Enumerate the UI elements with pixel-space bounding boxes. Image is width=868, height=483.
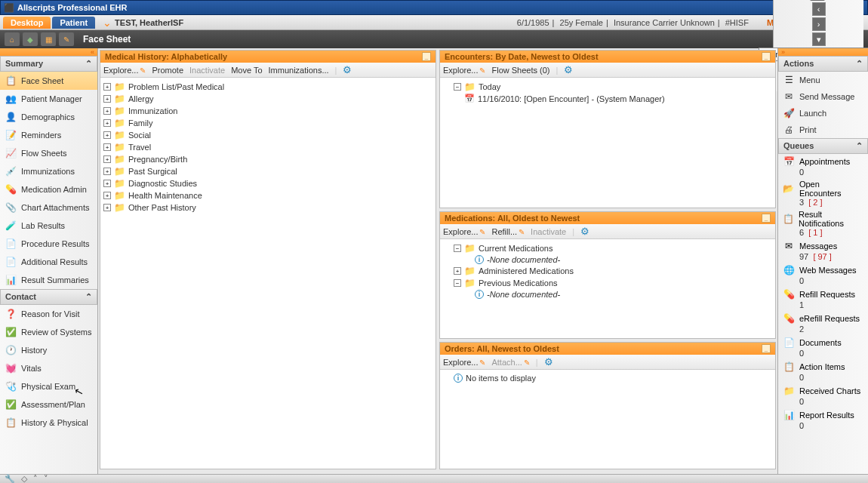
nav-dropdown-button[interactable]: ▾ <box>812 32 826 46</box>
attach-link[interactable]: Attach...✎ <box>491 358 529 367</box>
action-launch[interactable]: 🚀Launch <box>778 105 868 122</box>
tree-item[interactable]: +📁Other Past History <box>103 202 432 214</box>
action-send-message[interactable]: ✉Send Message <box>778 88 868 105</box>
queue-documents[interactable]: 📄Documents0 <box>778 335 868 359</box>
tree-admin-meds[interactable]: + 📁 Administered Medications <box>443 265 772 277</box>
promote-link[interactable]: Promote <box>152 66 183 75</box>
queue-erefill-requests[interactable]: 💊eRefill Requests2 <box>778 311 868 335</box>
sidebar-item-history-physical[interactable]: 📋History & Physical <box>0 414 97 432</box>
queues-header[interactable]: Queues ⌃ <box>778 138 868 154</box>
panel-gear-icon[interactable]: ⚙ <box>544 356 553 368</box>
expand-icon[interactable]: + <box>454 267 461 275</box>
explore-link[interactable]: Explore...✎ <box>443 66 485 75</box>
expand-icon[interactable]: + <box>103 119 111 127</box>
medical-history-header[interactable]: Medical History: Alphabetically _ <box>100 51 436 63</box>
expand-icon[interactable]: + <box>103 192 111 199</box>
sidebar-item-demographics[interactable]: 👤Demographics <box>0 108 97 126</box>
expand-icon[interactable]: + <box>103 107 111 115</box>
sidebar-item-reminders[interactable]: 📝Reminders <box>0 126 97 144</box>
sidebar-item-chart-attachments[interactable]: 📎Chart Attachments <box>0 198 97 217</box>
sidebar-item-assessment-plan[interactable]: ✅Assessment/Plan <box>0 395 97 414</box>
nav-prev-button[interactable]: ‹ <box>812 2 826 16</box>
tree-prev-meds[interactable]: − 📁 Previous Medications <box>443 277 772 289</box>
queue-open-encounters[interactable]: 📂Open Encounters3 [ 2 ] <box>778 178 868 208</box>
tab-patient[interactable]: Patient <box>52 17 95 29</box>
queue-web-messages[interactable]: 🌐Web Messages0 <box>778 263 868 287</box>
explore-link[interactable]: Explore...✎ <box>443 227 485 236</box>
wrench-icon[interactable]: 🔧 <box>5 474 15 483</box>
sidebar-contact-header[interactable]: Contact ⌃ <box>0 289 97 305</box>
expand-icon[interactable]: + <box>103 131 111 139</box>
expand-icon[interactable]: + <box>103 83 111 91</box>
status-up-icon[interactable]: ˄ <box>33 474 38 483</box>
queue-report-results[interactable]: 📊Report Results0 <box>778 408 868 432</box>
panel-minimize-button[interactable]: _ <box>422 52 431 61</box>
queue-action-items[interactable]: 📋Action Items0 <box>778 359 868 383</box>
panel-minimize-button[interactable]: _ <box>762 344 771 353</box>
toolbar-icon-4[interactable]: ✎ <box>59 32 74 46</box>
sidebar-item-reason-for-visit[interactable]: ❓Reason for Visit <box>0 305 97 323</box>
explore-link[interactable]: Explore...✎ <box>103 66 146 75</box>
sidebar-item-result-summaries[interactable]: 📊Result Summaries <box>0 271 97 289</box>
sidebar-item-patient-manager[interactable]: 👥Patient Manager <box>0 90 97 108</box>
panel-gear-icon[interactable]: ⚙ <box>564 64 573 75</box>
collapse-icon[interactable]: − <box>454 245 461 252</box>
status-down-icon[interactable]: ˅ <box>44 474 48 483</box>
orders-header[interactable]: Orders: All, Newest to Oldest _ <box>440 343 775 355</box>
collapse-icon[interactable]: − <box>454 83 461 91</box>
tree-item[interactable]: +📁Travel <box>103 141 432 153</box>
sidebar-item-lab-results[interactable]: 🧪Lab Results <box>0 217 97 235</box>
expand-icon[interactable]: + <box>103 204 111 211</box>
collapse-icon[interactable]: − <box>454 279 461 287</box>
sidebar-collapse-left[interactable]: « <box>0 48 97 56</box>
move-to-link[interactable]: Move To <box>231 66 262 75</box>
inactivate-link[interactable]: Inactivate <box>189 66 225 75</box>
tree-item[interactable]: +📁Social <box>103 129 432 141</box>
home-icon[interactable]: ⌂ <box>5 32 20 46</box>
tree-item[interactable]: +📁Allergy <box>103 93 432 105</box>
sidebar-item-vitals[interactable]: 💓Vitals <box>0 359 97 377</box>
queue-messages[interactable]: ✉Messages97 [ 97 ] <box>778 238 868 263</box>
sidebar-collapse-right[interactable]: » <box>778 48 868 56</box>
sidebar-item-physical-exam[interactable]: 🩺Physical Exam <box>0 377 97 395</box>
tree-item[interactable]: +📁Immunization <box>103 105 432 117</box>
nav-next-button[interactable]: › <box>812 17 826 31</box>
immunizations-link[interactable]: Immunizations... <box>269 66 329 75</box>
flow-sheets-link[interactable]: Flow Sheets (0) <box>491 66 549 75</box>
queue-refill-requests[interactable]: 💊Refill Requests1 <box>778 287 868 311</box>
queue-appointments[interactable]: 📅Appointments0 <box>778 154 868 178</box>
sidebar-item-medication-admin[interactable]: 💊Medication Admin <box>0 180 97 198</box>
panel-gear-icon[interactable]: ⚙ <box>343 64 352 75</box>
panel-minimize-button[interactable]: _ <box>762 214 771 223</box>
encounters-header[interactable]: Encounters: By Date, Newest to Oldest _ <box>440 51 775 63</box>
sidebar-item-flow-sheets[interactable]: 📈Flow Sheets <box>0 144 97 162</box>
tree-current-meds[interactable]: − 📁 Current Medications <box>443 242 772 254</box>
tree-item[interactable]: +📁Pregnancy/Birth <box>103 153 432 165</box>
tree-today[interactable]: − 📁 Today <box>443 81 772 93</box>
sidebar-item-history[interactable]: 🕐History <box>0 341 97 359</box>
encounter-entry[interactable]: 📅 11/16/2010: [Open Encounter] - (System… <box>443 93 772 104</box>
queue-result-notifications[interactable]: 📋Result Notifications6 [ 1 ] <box>778 208 868 238</box>
medications-header[interactable]: Medications: All, Oldest to Newest _ <box>440 212 775 224</box>
refill-link[interactable]: Refill...✎ <box>491 227 525 236</box>
panel-minimize-button[interactable]: _ <box>762 52 771 61</box>
toolbar-icon-3[interactable]: ▦ <box>41 32 56 46</box>
tree-item[interactable]: +📁Past Surgical <box>103 165 432 177</box>
expand-icon[interactable]: + <box>103 180 111 187</box>
actions-header[interactable]: Actions ⌃ <box>778 56 868 72</box>
tree-item[interactable]: +📁Problem List/Past Medical <box>103 81 432 93</box>
sidebar-item-review-of-systems[interactable]: ✅Review of Systems <box>0 323 97 341</box>
expand-icon[interactable]: + <box>103 168 111 175</box>
status-icon[interactable]: ◇ <box>21 474 27 483</box>
explore-link[interactable]: Explore...✎ <box>443 358 485 367</box>
tree-item[interactable]: +📁Family <box>103 117 432 129</box>
inactivate-link[interactable]: Inactivate <box>531 227 566 236</box>
toolbar-icon-2[interactable]: ◆ <box>23 32 38 46</box>
patient-name[interactable]: TEST, HeatherISF <box>115 18 183 27</box>
tree-item[interactable]: +📁Health Maintenance <box>103 189 432 202</box>
tree-item[interactable]: +📁Diagnostic Studies <box>103 177 432 189</box>
action-menu[interactable]: ☰Menu <box>778 72 868 88</box>
sidebar-item-immunizations[interactable]: 💉Immunizations <box>0 162 97 180</box>
sidebar-item-additional-results[interactable]: 📄Additional Results <box>0 253 97 271</box>
sidebar-item-procedure-results[interactable]: 📄Procedure Results <box>0 235 97 253</box>
